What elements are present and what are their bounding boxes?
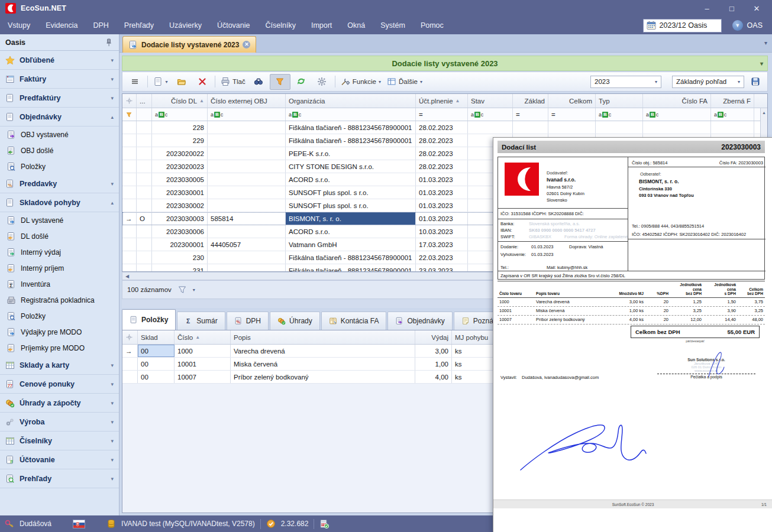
refresh-button[interactable] [292,74,311,89]
grid-column-header[interactable]: Základ [513,94,548,108]
view-header-dropdown-icon[interactable]: ▾ [760,60,763,67]
table-cell[interactable] [208,225,286,238]
table-cell[interactable]: 28.02.2023 [416,121,468,134]
table-cell[interactable]: ACORD s.r.o. [286,173,416,186]
grid-column-header[interactable]: ... [137,94,152,108]
table-cell[interactable]: 2023030006 [152,225,208,238]
functions-button[interactable]: Funkcie▾ [338,74,383,89]
table-cell[interactable]: 23.03.2023 [416,264,468,272]
detail-table-cell[interactable]: 00 [138,358,175,370]
save-view-button[interactable] [745,74,765,89]
detail-tab-objedn-vky[interactable]: Objednávky [387,312,452,330]
maximize-button[interactable]: □ [727,4,737,13]
table-cell[interactable]: 2023030002 [152,199,208,212]
tab-dodacie-listy[interactable]: Dodacie listy vystavené 2023 ✕ [122,36,256,53]
table-cell[interactable] [122,186,137,199]
table-cell[interactable]: 01.03.2023 [416,186,468,199]
scroll-left-icon[interactable]: ◀ [122,273,132,280]
table-cell[interactable] [137,238,152,251]
table-cell[interactable] [208,160,286,173]
detail-table-cell[interactable]: Príbor zelený bodkovaný [231,371,415,383]
table-cell[interactable]: 44405057 [208,238,286,251]
table-cell[interactable] [122,121,137,134]
table-cell[interactable]: 230 [152,251,208,264]
print-button[interactable]: Tlač [218,74,248,89]
detail-column-header[interactable]: Popis [231,330,415,344]
table-cell[interactable] [122,251,137,264]
table-cell[interactable]: 2023030005 [152,173,208,186]
table-cell[interactable]: CITY STONE DESIGN s.r.o. [286,160,416,173]
table-cell[interactable]: 585814 [208,212,286,225]
detail-table-cell[interactable]: Varecha drevená [231,345,415,357]
table-cell[interactable] [137,251,152,264]
sidebar-group--hrady-a-z-po-ty[interactable]: Úhrady a zápočty▾ [0,394,119,413]
table-cell[interactable]: 01.03.2023 [416,199,468,212]
sidebar-group-fakt-ry[interactable]: Faktúry▾ [0,70,119,89]
table-cell[interactable] [137,264,152,272]
sidebar-item-pr-jemky-pre-modo[interactable]: Príjemky pre MODO [0,340,119,356]
table-cell[interactable] [548,121,596,134]
detail-table-cell[interactable]: ks [452,371,498,383]
sidebar-group-cenov-ponuky[interactable]: 77Cenové ponuky▾ [0,375,119,394]
table-cell[interactable] [122,160,137,173]
detail-column-header[interactable]: Výdaj [415,330,452,344]
sidebar-item-invent-ra[interactable]: ΣInventúra [0,276,119,292]
table-cell[interactable]: Fiškálna tlačiareň - 88812345678900001 [286,121,416,134]
table-cell[interactable] [208,134,286,147]
table-cell[interactable] [137,173,152,186]
grid-column-header[interactable]: Zberná F [711,94,754,108]
sidebar-group-skladov-pohyby[interactable]: Skladové pohyby▴ [0,193,119,212]
detail-table-cell[interactable]: 10001 [175,358,231,370]
table-cell[interactable] [208,121,286,134]
table-cell[interactable] [468,121,513,134]
grid-column-header[interactable]: Číslo FA [643,94,711,108]
menu-item-uz-vierky[interactable]: Uzávierky [161,17,209,34]
table-cell[interactable]: 28.02.2023 [416,147,468,160]
detail-table-cell[interactable]: 00 [138,371,175,383]
table-cell[interactable] [137,225,152,238]
table-cell[interactable]: 01.03.2023 [416,212,468,225]
filter-cell[interactable]: aBc [286,108,416,121]
filter-cell[interactable] [137,108,152,121]
grid-column-header[interactable]: Organizácia [286,94,416,108]
more-button[interactable]: Ďalšie▾ [385,74,425,89]
grid-column-header[interactable]: Účt.plnenie▲ [416,94,468,108]
table-cell[interactable] [137,199,152,212]
table-cell[interactable] [513,121,548,134]
table-cell[interactable]: 2023030003 [152,212,208,225]
table-cell[interactable] [122,225,137,238]
sidebar-item-obj-do-l-[interactable]: OBJ došlé [0,142,119,158]
detail-table-cell[interactable]: ks [452,358,498,370]
table-cell[interactable]: ACORD s.r.o. [286,225,416,238]
year-filter-combo[interactable]: 2023▾ [590,76,661,88]
detail-tab-polo-ky[interactable]: Položky [122,309,176,330]
sidebar-group-v-roba[interactable]: Výroba▾ [0,413,119,432]
sidebar-group--seln-ky[interactable]: Číselníky▾ [0,432,119,450]
view-selector-combo[interactable]: Základný pohľad▾ [672,76,744,88]
sidebar-item-polo-ky[interactable]: Položky [0,308,119,324]
table-cell[interactable]: 17.03.2023 [416,238,468,251]
table-cell[interactable] [122,173,137,186]
table-cell[interactable]: SUNSOFT plus spol. s r.o. [286,186,416,199]
table-cell[interactable] [122,134,137,147]
sidebar-item-obj-vystaven-[interactable]: OBJ vystavené [0,126,119,142]
table-cell[interactable] [643,121,711,134]
filter-cell[interactable]: aBc [468,108,513,121]
table-cell[interactable]: 231 [152,264,208,272]
table-cell[interactable]: 01.03.2023 [416,173,468,186]
detail-column-header[interactable] [122,330,138,344]
detail-table-cell[interactable] [122,358,138,370]
period-selector[interactable]: 2023/12 Oasis [643,19,722,33]
menu-item-import[interactable]: Import [303,17,340,34]
filter-summary-dropdown-icon[interactable]: ▾ [193,287,195,293]
sidebar-item-polo-ky[interactable]: Položky [0,158,119,174]
detail-table-cell[interactable] [122,371,138,383]
detail-table-cell[interactable]: 1000 [175,345,231,357]
table-cell[interactable]: Vatmann GmbH [286,238,416,251]
sidebar-group-sklady-a-karty[interactable]: Sklady a karty▾ [0,356,119,375]
table-cell[interactable]: 2023030001 [152,186,208,199]
table-cell[interactable]: Fiškálna tlačiareň - 88812345678900001 [286,134,416,147]
table-cell[interactable] [711,121,754,134]
tab-close-icon[interactable]: ✕ [243,41,250,48]
table-cell[interactable] [137,160,152,173]
